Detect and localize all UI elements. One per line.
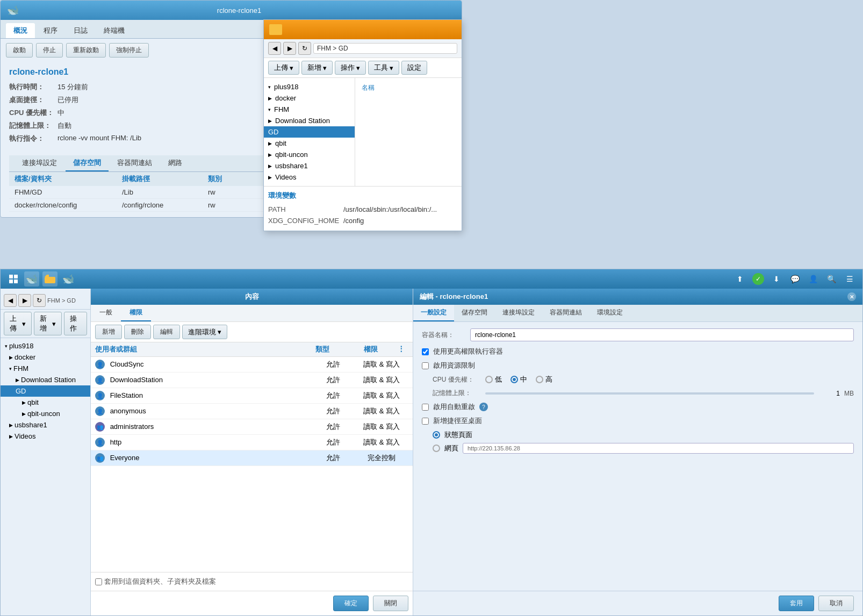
edit-tab-port[interactable]: 連接埠設定 xyxy=(495,305,542,321)
content-confirm-btn[interactable]: 確定 xyxy=(333,596,369,611)
sidebar-refresh-btn[interactable]: ↻ xyxy=(33,294,46,307)
privileged-checkbox[interactable] xyxy=(422,348,429,355)
titlebar-folder-icon[interactable] xyxy=(42,271,57,286)
force-stop-button[interactable]: 強制停止 xyxy=(109,43,149,58)
content-row3-user: 👤 anonymous xyxy=(95,406,312,416)
edit-close-btn[interactable]: ✕ xyxy=(847,292,856,301)
edit-cancel-btn[interactable]: 取消 xyxy=(818,596,854,611)
search-icon[interactable]: 🔍 xyxy=(824,271,839,286)
sidebar-tree-download-station[interactable]: ▶ Download Station xyxy=(1,374,90,385)
storage-row1-col2: /config/rclone xyxy=(122,201,208,209)
storage-tab-port[interactable]: 連接埠設定 xyxy=(15,155,64,171)
content-row-0[interactable]: 👤 CloudSync 允許 讀取 & 寫入 xyxy=(91,357,413,373)
tree-gd[interactable]: GD xyxy=(264,126,355,138)
sidebar-tree-docker[interactable]: ▶ docker xyxy=(1,352,90,363)
content-row-1[interactable]: 👤 DownloadStation 允許 讀取 & 寫入 xyxy=(91,373,413,388)
sidebar-tree-root[interactable]: ▾ plus918 xyxy=(1,340,90,352)
nav-forward-btn[interactable]: ▶ xyxy=(283,42,296,55)
shortcut-checkbox[interactable] xyxy=(422,418,429,425)
edit-tab-general[interactable]: 一般設定 xyxy=(413,305,454,321)
stop-button[interactable]: 停止 xyxy=(36,43,63,58)
auto-restart-info-icon[interactable]: ? xyxy=(479,403,488,411)
chat-icon[interactable]: 💬 xyxy=(787,271,802,286)
titlebar-docker-icon[interactable]: 🐋 xyxy=(24,271,39,286)
tab-log[interactable]: 日誌 xyxy=(66,23,95,38)
edit-tab-link[interactable]: 容器間連結 xyxy=(542,305,589,321)
tab-overview[interactable]: 概況 xyxy=(6,23,35,38)
fm-upload-btn[interactable]: 上傳 ▾ xyxy=(268,61,299,75)
ct-header-more: ⋮ xyxy=(398,345,408,354)
content-add-btn[interactable]: 新增 xyxy=(95,325,122,339)
content-row-6[interactable]: 👥 Everyone 允許 完全控制 xyxy=(91,450,413,466)
shortcut-url-input[interactable] xyxy=(463,443,854,454)
footer-checkbox-label[interactable]: 套用到這個資料夾、子資料夾及檔案 xyxy=(95,577,216,586)
content-row-3[interactable]: 👤 anonymous 允許 讀取 & 寫入 xyxy=(91,404,413,419)
fm-tools-btn[interactable]: 工具 ▾ xyxy=(368,61,399,75)
storage-tab-storage[interactable]: 儲存空間 xyxy=(66,155,109,171)
storage-tab-link[interactable]: 容器間連結 xyxy=(110,155,160,171)
content-tab-general[interactable]: 一般 xyxy=(91,305,121,321)
tree-fhm[interactable]: ▾ FHM xyxy=(264,104,355,115)
nav-refresh-btn[interactable]: ↻ xyxy=(298,42,311,55)
tree-download-station[interactable]: ▶ Download Station xyxy=(264,115,355,126)
resource-limit-checkbox[interactable] xyxy=(422,362,429,369)
fm-settings-btn[interactable]: 設定 xyxy=(401,61,427,75)
upload-arrow-icon[interactable]: ⬆ xyxy=(732,271,747,286)
tree-videos[interactable]: ▶ Videos xyxy=(264,171,355,183)
cpu-high-option[interactable]: 高 xyxy=(536,375,552,384)
content-advanced-btn[interactable]: 進階環境 ▾ xyxy=(182,325,227,339)
sidebar-action-btn[interactable]: 操作 xyxy=(64,312,87,335)
sidebar-forward-btn[interactable]: ▶ xyxy=(18,294,31,307)
fm-create-btn[interactable]: 新增 ▾ xyxy=(301,61,333,75)
tab-terminal[interactable]: 終端機 xyxy=(96,23,132,38)
menu-icon[interactable]: ☰ xyxy=(842,271,857,286)
titlebar-grid-icon[interactable] xyxy=(6,271,21,286)
fm-action-btn[interactable]: 操作 ▾ xyxy=(335,61,366,75)
content-row-2[interactable]: 👤 FileStation 允許 讀取 & 寫入 xyxy=(91,388,413,404)
cpu-mid-option[interactable]: 中 xyxy=(510,375,527,384)
edit-apply-btn[interactable]: 套用 xyxy=(779,596,814,611)
auto-restart-checkbox[interactable] xyxy=(422,404,429,411)
mem-limit-slider[interactable] xyxy=(485,392,814,395)
sidebar-create-btn[interactable]: 新增 ▾ xyxy=(34,312,62,335)
sidebar-upload-btn[interactable]: 上傳 ▾ xyxy=(4,312,32,335)
tree-docker[interactable]: ▶ docker xyxy=(264,92,355,104)
restart-button[interactable]: 重新啟動 xyxy=(66,43,106,58)
sidebar-tree-usbshare1[interactable]: ▶ usbshare1 xyxy=(1,419,90,431)
start-button[interactable]: 啟動 xyxy=(6,43,33,58)
ct-header-permission: 權限 xyxy=(344,345,398,354)
tree-qbit[interactable]: ▶ qbit xyxy=(264,138,355,149)
nav-back-btn[interactable]: ◀ xyxy=(268,42,281,55)
shortcut-status-radio[interactable] xyxy=(433,431,440,439)
container-name-input[interactable] xyxy=(470,328,854,341)
edit-tab-env[interactable]: 環境設定 xyxy=(589,305,630,321)
storage-tab-network[interactable]: 網路 xyxy=(161,155,190,171)
content-row-4[interactable]: 👥 administrators 允許 讀取 & 寫入 xyxy=(91,419,413,435)
content-row-5[interactable]: 👤 http 允許 讀取 & 寫入 xyxy=(91,435,413,450)
titlebar-docker2-icon[interactable]: 🐋 xyxy=(61,271,76,286)
sidebar-tree-qbit-uncon[interactable]: ▶ qbit-uncon xyxy=(1,408,90,419)
tab-process[interactable]: 程序 xyxy=(36,23,65,38)
content-cancel-btn[interactable]: 關閉 xyxy=(373,596,408,611)
bottom-titlebar: 🐋 🐋 ⬆ ✓ ⬇ 💬 👤 🔍 ☰ xyxy=(1,269,862,289)
tree-root[interactable]: ▾ plus918 xyxy=(264,81,355,92)
edit-tab-storage[interactable]: 儲存空間 xyxy=(454,305,495,321)
green-check-badge[interactable]: ✓ xyxy=(751,271,766,286)
footer-checkbox[interactable] xyxy=(95,578,102,585)
sidebar-tree-videos[interactable]: ▶ Videos xyxy=(1,431,90,442)
content-tab-permissions[interactable]: 權限 xyxy=(121,305,151,321)
tree-usbshare1[interactable]: ▶ usbshare1 xyxy=(264,160,355,171)
sidebar-tree-qbit[interactable]: ▶ qbit xyxy=(1,397,90,408)
cpu-low-option[interactable]: 低 xyxy=(485,375,502,384)
sidebar-tree-fhm[interactable]: ▾ FHM xyxy=(1,363,90,374)
sidebar-nav-bar: ◀ ▶ ↻ FHM > GD xyxy=(1,292,90,310)
fm-dropdown-header xyxy=(264,20,462,39)
sidebar-back-btn[interactable]: ◀ xyxy=(4,294,17,307)
shortcut-web-radio[interactable] xyxy=(433,445,440,452)
sidebar-tree-gd[interactable]: GD xyxy=(1,385,90,397)
download-arrow-icon[interactable]: ⬇ xyxy=(769,271,784,286)
user-profile-icon[interactable]: 👤 xyxy=(806,271,821,286)
content-edit-btn[interactable]: 編輯 xyxy=(153,325,180,339)
content-delete-btn[interactable]: 刪除 xyxy=(124,325,151,339)
tree-qbit-uncon[interactable]: ▶ qbit-uncon xyxy=(264,149,355,160)
